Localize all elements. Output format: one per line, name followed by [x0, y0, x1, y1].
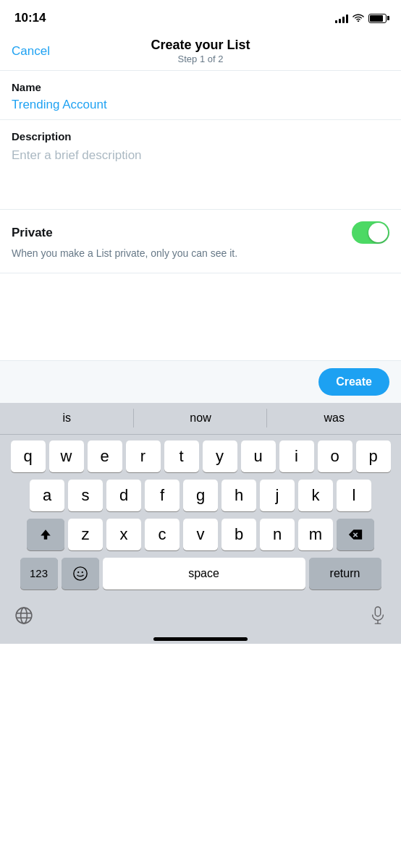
create-area: Create — [0, 360, 401, 403]
mic-icon[interactable] — [369, 606, 387, 629]
svg-point-2 — [77, 571, 79, 573]
key-a[interactable]: a — [30, 480, 64, 511]
key-d[interactable]: d — [106, 480, 141, 511]
description-field-section[interactable]: Description Enter a brief description — [0, 120, 401, 210]
private-row: Private — [12, 221, 389, 244]
svg-point-1 — [73, 566, 86, 579]
return-key[interactable]: return — [309, 558, 381, 590]
key-j[interactable]: j — [260, 480, 295, 511]
name-value[interactable]: Trending Account — [12, 96, 389, 114]
key-l[interactable]: l — [337, 480, 371, 511]
autocomplete-was[interactable]: was — [267, 403, 401, 434]
status-icons — [335, 12, 387, 25]
key-v[interactable]: v — [183, 519, 218, 550]
home-indicator — [0, 631, 401, 644]
keyboard: is now was q w e r t y u i o p a s d f g… — [0, 403, 401, 644]
key-h[interactable]: h — [221, 480, 256, 511]
toggle-knob — [368, 223, 388, 242]
autocomplete-bar: is now was — [0, 403, 401, 435]
cancel-button[interactable]: Cancel — [12, 44, 50, 59]
key-b[interactable]: b — [221, 519, 256, 550]
key-e[interactable]: e — [88, 441, 122, 472]
battery-icon — [368, 14, 387, 23]
content-spacer — [0, 273, 401, 360]
key-k[interactable]: k — [298, 480, 333, 511]
key-f[interactable]: f — [145, 480, 180, 511]
nav-title-wrap: Create your List Step 1 of 2 — [151, 38, 250, 64]
key-r[interactable]: r — [126, 441, 161, 472]
description-label: Description — [12, 130, 389, 142]
key-row-4: 123 space return — [2, 558, 399, 590]
key-y[interactable]: y — [203, 441, 237, 472]
bottom-bar — [0, 600, 401, 631]
key-o[interactable]: o — [318, 441, 353, 472]
autocomplete-is[interactable]: is — [0, 403, 134, 434]
key-u[interactable]: u — [241, 441, 276, 472]
nav-bar: Cancel Create your List Step 1 of 2 — [0, 32, 401, 71]
wifi-icon — [353, 12, 364, 25]
key-w[interactable]: w — [49, 441, 84, 472]
svg-point-4 — [16, 608, 32, 624]
svg-point-5 — [21, 608, 28, 624]
name-field-section: Name Trending Account — [0, 71, 401, 120]
keys-wrap: q w e r t y u i o p a s d f g h j k l — [0, 435, 401, 600]
shift-key[interactable] — [27, 519, 64, 550]
private-section: Private When you make a List private, on… — [0, 210, 401, 273]
key-n[interactable]: n — [260, 519, 295, 550]
private-toggle[interactable] — [352, 221, 389, 244]
name-label: Name — [12, 81, 389, 93]
key-row-2: a s d f g h j k l — [2, 480, 399, 511]
description-placeholder[interactable]: Enter a brief description — [12, 145, 389, 203]
emoji-key[interactable] — [62, 558, 99, 590]
key-p[interactable]: p — [356, 441, 391, 472]
svg-point-0 — [358, 20, 359, 22]
create-button[interactable]: Create — [318, 368, 389, 396]
key-q[interactable]: q — [11, 441, 46, 472]
private-label: Private — [12, 226, 53, 240]
num-key[interactable]: 123 — [20, 558, 58, 590]
key-t[interactable]: t — [164, 441, 199, 472]
key-x[interactable]: x — [106, 519, 141, 550]
autocomplete-now[interactable]: now — [134, 403, 268, 434]
page-title: Create your List — [151, 38, 250, 53]
key-row-1: q w e r t y u i o p — [2, 441, 399, 472]
key-m[interactable]: m — [298, 519, 333, 550]
key-i[interactable]: i — [279, 441, 314, 472]
signal-icon — [335, 13, 348, 23]
key-row-3: z x c v b n m — [2, 519, 399, 550]
page-subtitle: Step 1 of 2 — [151, 54, 250, 64]
status-bar: 10:14 — [0, 0, 401, 32]
globe-icon[interactable] — [14, 606, 33, 629]
space-key[interactable]: space — [103, 558, 305, 590]
svg-rect-8 — [375, 607, 380, 616]
key-s[interactable]: s — [68, 480, 103, 511]
home-bar — [153, 637, 248, 641]
private-description: When you make a List private, only you c… — [12, 247, 389, 261]
key-c[interactable]: c — [145, 519, 180, 550]
svg-point-3 — [81, 571, 83, 573]
key-z[interactable]: z — [68, 519, 103, 550]
delete-key[interactable] — [337, 519, 374, 550]
key-g[interactable]: g — [183, 480, 218, 511]
status-time: 10:14 — [14, 11, 46, 25]
